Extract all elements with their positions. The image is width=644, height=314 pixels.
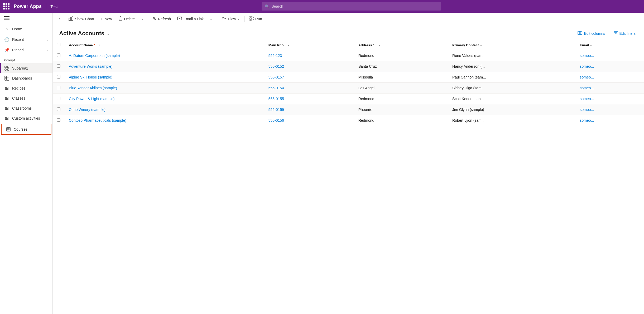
new-button[interactable]: + New bbox=[98, 15, 114, 23]
show-chart-button[interactable]: Show Chart bbox=[66, 14, 97, 23]
email-link-button[interactable]: Email a Link bbox=[175, 15, 206, 23]
svg-rect-3 bbox=[7, 69, 9, 70]
run-button[interactable]: Run bbox=[247, 14, 265, 23]
row-checkbox[interactable] bbox=[57, 107, 60, 111]
email-cell[interactable]: someo... bbox=[575, 50, 644, 61]
email-cell[interactable]: someo... bbox=[575, 115, 644, 126]
table-row[interactable]: Alpine Ski House (sample) 555-0157 Misso… bbox=[53, 72, 644, 83]
edit-columns-icon bbox=[578, 31, 582, 36]
hamburger-menu-button[interactable] bbox=[0, 13, 52, 24]
select-all-checkbox[interactable] bbox=[57, 43, 60, 46]
row-checkbox[interactable] bbox=[57, 97, 60, 100]
accounts-table: Account Name * ↑ ↓ Main Pho... ⌄ bbox=[53, 40, 644, 126]
address-cell: Redmond bbox=[354, 115, 448, 126]
main-phone-cell[interactable]: 555-0155 bbox=[264, 94, 354, 104]
svg-rect-17 bbox=[177, 17, 182, 20]
email-cell[interactable]: someo... bbox=[575, 72, 644, 83]
sidebar-item-courses[interactable]: Courses bbox=[1, 124, 51, 135]
content-area: ← Show Chart + New Delete ⌄ bbox=[53, 13, 644, 314]
row-checkbox[interactable] bbox=[57, 64, 60, 68]
account-name-cell[interactable]: Adventure Works (sample) bbox=[65, 61, 264, 72]
email-cell[interactable]: someo... bbox=[575, 83, 644, 94]
delete-dropdown-button[interactable]: ⌄ bbox=[138, 16, 146, 22]
view-title: Active Accounts ⌄ bbox=[59, 30, 110, 37]
table-row[interactable]: A. Datum Corporation (sample) 555-123 Re… bbox=[53, 50, 644, 61]
account-name-cell[interactable]: Alpine Ski House (sample) bbox=[65, 72, 264, 83]
sidebar-item-recent[interactable]: 🕐 Recent ⌄ bbox=[0, 34, 52, 45]
toolbar-divider-1 bbox=[148, 16, 148, 22]
account-name-cell[interactable]: Contoso Pharmaceuticals (sample) bbox=[65, 115, 264, 126]
edit-filters-button[interactable]: Edit filters bbox=[612, 30, 638, 37]
main-phone-chevron-icon[interactable]: ⌄ bbox=[287, 44, 290, 46]
sidebar-item-pinned[interactable]: 📌 Pinned ⌄ bbox=[0, 45, 52, 55]
svg-rect-4 bbox=[5, 78, 7, 80]
row-checkbox[interactable] bbox=[57, 86, 60, 89]
sidebar-item-classrooms[interactable]: Classrooms bbox=[0, 103, 52, 113]
sidebar-item-home[interactable]: ⌂ Home bbox=[0, 24, 52, 34]
subarea1-icon bbox=[4, 66, 9, 71]
sidebar-recipes-label: Recipes bbox=[12, 86, 26, 90]
svg-rect-12 bbox=[70, 17, 71, 20]
main-phone-cell[interactable]: 555-0157 bbox=[264, 72, 354, 83]
main-layout: ⌂ Home 🕐 Recent ⌄ 📌 Pinned ⌄ Group1 Suba… bbox=[0, 13, 644, 314]
sidebar-item-subarea1[interactable]: Subarea1 bbox=[0, 63, 52, 73]
view-title-chevron-icon[interactable]: ⌄ bbox=[107, 31, 110, 36]
header-main-phone[interactable]: Main Pho... ⌄ bbox=[264, 40, 354, 50]
primary-contact-cell: Sidney Higa (sam... bbox=[448, 83, 575, 94]
refresh-icon: ↻ bbox=[153, 16, 156, 21]
sort-asc-icon[interactable]: ↑ bbox=[96, 44, 98, 47]
row-checkbox[interactable] bbox=[57, 75, 60, 78]
main-phone-cell[interactable]: 555-0159 bbox=[264, 104, 354, 115]
recent-icon: 🕐 bbox=[4, 37, 9, 42]
app-launcher-button[interactable] bbox=[3, 3, 9, 9]
email-chevron-icon[interactable]: ⌄ bbox=[590, 44, 592, 46]
account-name-cell[interactable]: A. Datum Corporation (sample) bbox=[65, 50, 264, 61]
sidebar-item-classes[interactable]: Classes bbox=[0, 93, 52, 103]
custom-activities-icon bbox=[4, 116, 9, 121]
row-checkbox[interactable] bbox=[57, 53, 60, 57]
address-chevron-icon[interactable]: ⌄ bbox=[379, 44, 381, 46]
email-cell[interactable]: someo... bbox=[575, 61, 644, 72]
sidebar-item-custom-activities[interactable]: Custom activities bbox=[0, 113, 52, 123]
address-cell: Los Angel... bbox=[354, 83, 448, 94]
account-name-cell[interactable]: Blue Yonder Airlines (sample) bbox=[65, 83, 264, 94]
run-icon bbox=[249, 16, 254, 22]
main-phone-col-label: Main Pho... bbox=[268, 43, 287, 47]
table-row[interactable]: City Power & Light (sample) 555-0155 Red… bbox=[53, 94, 644, 104]
required-star: * bbox=[94, 43, 95, 47]
address-cell: Redmond bbox=[354, 50, 448, 61]
header-address[interactable]: Address 1... ⌄ bbox=[354, 40, 448, 50]
top-bar: Power Apps Test 🔍 bbox=[0, 0, 644, 13]
header-primary-contact[interactable]: Primary Contact ⌄ bbox=[448, 40, 575, 50]
sidebar-item-dashboards[interactable]: Dashboards bbox=[0, 73, 52, 83]
account-name-cell[interactable]: Coho Winery (sample) bbox=[65, 104, 264, 115]
row-checkbox-cell bbox=[53, 115, 65, 126]
account-name-cell[interactable]: City Power & Light (sample) bbox=[65, 94, 264, 104]
delete-button[interactable]: Delete bbox=[116, 14, 137, 23]
main-phone-cell[interactable]: 555-0154 bbox=[264, 83, 354, 94]
main-phone-cell[interactable]: 555-0156 bbox=[264, 115, 354, 126]
back-button[interactable]: ← bbox=[56, 14, 65, 23]
email-dropdown-button[interactable]: ⌄ bbox=[207, 16, 215, 22]
email-cell[interactable]: someo... bbox=[575, 94, 644, 104]
table-row[interactable]: Coho Winery (sample) 555-0159 Phoenix Ji… bbox=[53, 104, 644, 115]
flow-button[interactable]: Flow ⌄ bbox=[219, 14, 242, 23]
search-input[interactable] bbox=[271, 4, 438, 8]
edit-columns-button[interactable]: Edit columns bbox=[575, 30, 607, 37]
email-cell[interactable]: someo... bbox=[575, 104, 644, 115]
row-checkbox[interactable] bbox=[57, 118, 60, 122]
header-email[interactable]: Email ⌄ bbox=[575, 40, 644, 50]
main-phone-cell[interactable]: 555-123 bbox=[264, 50, 354, 61]
recent-chevron-icon: ⌄ bbox=[46, 38, 48, 41]
main-phone-cell[interactable]: 555-0152 bbox=[264, 61, 354, 72]
flow-icon bbox=[222, 16, 227, 22]
table-row[interactable]: Blue Yonder Airlines (sample) 555-0154 L… bbox=[53, 83, 644, 94]
table-row[interactable]: Adventure Works (sample) 555-0152 Santa … bbox=[53, 61, 644, 72]
sort-desc-icon[interactable]: ↓ bbox=[99, 44, 100, 47]
primary-contact-col-label: Primary Contact bbox=[452, 43, 479, 47]
primary-contact-chevron-icon[interactable]: ⌄ bbox=[480, 44, 482, 46]
refresh-button[interactable]: ↻ Refresh bbox=[150, 15, 174, 23]
table-row[interactable]: Contoso Pharmaceuticals (sample) 555-015… bbox=[53, 115, 644, 126]
header-account-name[interactable]: Account Name * ↑ ↓ bbox=[65, 40, 264, 50]
sidebar-item-recipes[interactable]: Recipes bbox=[0, 83, 52, 93]
